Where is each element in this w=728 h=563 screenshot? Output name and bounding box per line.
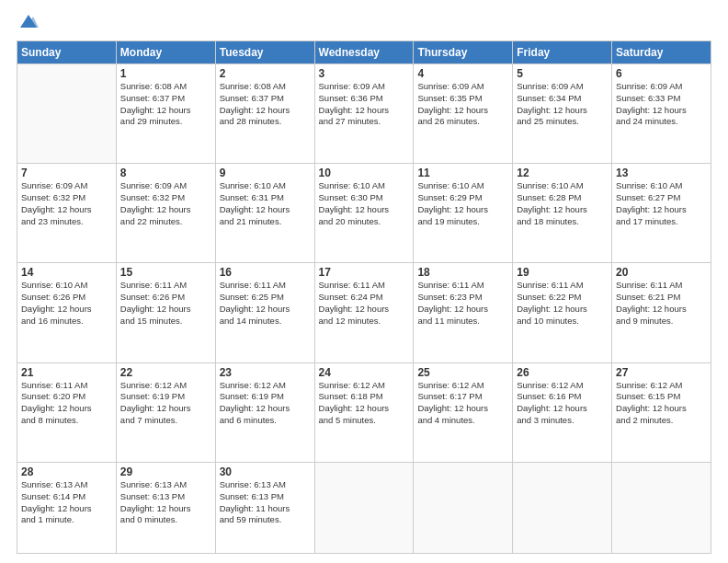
day-number: 19 <box>517 266 608 279</box>
calendar-cell: 14Sunrise: 6:10 AM Sunset: 6:26 PM Dayli… <box>17 263 117 362</box>
calendar-cell <box>612 462 711 553</box>
calendar-cell: 9Sunrise: 6:10 AM Sunset: 6:31 PM Daylig… <box>215 164 314 263</box>
calendar-cell: 3Sunrise: 6:09 AM Sunset: 6:36 PM Daylig… <box>314 64 414 164</box>
day-number: 29 <box>120 465 211 478</box>
weekday-header: Monday <box>116 41 215 64</box>
calendar-cell: 23Sunrise: 6:12 AM Sunset: 6:19 PM Dayli… <box>215 362 314 462</box>
day-info: Sunrise: 6:12 AM Sunset: 6:18 PM Dayligh… <box>319 380 410 427</box>
day-number: 16 <box>220 266 311 279</box>
calendar-week-row: 14Sunrise: 6:10 AM Sunset: 6:26 PM Dayli… <box>17 263 711 362</box>
calendar-cell: 19Sunrise: 6:11 AM Sunset: 6:22 PM Dayli… <box>513 263 612 362</box>
day-info: Sunrise: 6:09 AM Sunset: 6:35 PM Dayligh… <box>417 81 508 128</box>
calendar-cell: 13Sunrise: 6:10 AM Sunset: 6:27 PM Dayli… <box>612 164 711 263</box>
day-info: Sunrise: 6:12 AM Sunset: 6:16 PM Dayligh… <box>517 380 608 427</box>
day-info: Sunrise: 6:11 AM Sunset: 6:23 PM Dayligh… <box>417 280 508 327</box>
calendar-cell: 22Sunrise: 6:12 AM Sunset: 6:19 PM Dayli… <box>116 362 215 462</box>
header <box>17 15 711 31</box>
day-number: 1 <box>120 67 211 80</box>
calendar-cell: 20Sunrise: 6:11 AM Sunset: 6:21 PM Dayli… <box>612 263 711 362</box>
day-info: Sunrise: 6:12 AM Sunset: 6:19 PM Dayligh… <box>220 380 311 427</box>
day-info: Sunrise: 6:10 AM Sunset: 6:30 PM Dayligh… <box>319 180 410 227</box>
calendar-cell: 7Sunrise: 6:09 AM Sunset: 6:32 PM Daylig… <box>17 164 117 263</box>
day-number: 26 <box>517 366 608 379</box>
calendar-cell: 16Sunrise: 6:11 AM Sunset: 6:25 PM Dayli… <box>215 263 314 362</box>
calendar-cell: 8Sunrise: 6:09 AM Sunset: 6:32 PM Daylig… <box>116 164 215 263</box>
calendar-cell: 2Sunrise: 6:08 AM Sunset: 6:37 PM Daylig… <box>215 64 314 164</box>
calendar-cell: 29Sunrise: 6:13 AM Sunset: 6:13 PM Dayli… <box>116 462 215 553</box>
day-number: 30 <box>220 465 311 478</box>
day-info: Sunrise: 6:11 AM Sunset: 6:25 PM Dayligh… <box>220 280 311 327</box>
calendar-cell: 12Sunrise: 6:10 AM Sunset: 6:28 PM Dayli… <box>513 164 612 263</box>
calendar-cell <box>414 462 513 553</box>
logo-icon <box>18 11 39 31</box>
day-number: 10 <box>319 167 410 179</box>
day-number: 20 <box>616 266 707 279</box>
calendar-cell: 17Sunrise: 6:11 AM Sunset: 6:24 PM Dayli… <box>314 263 414 362</box>
day-number: 28 <box>21 465 112 478</box>
day-number: 15 <box>120 266 211 279</box>
calendar-cell <box>17 64 117 164</box>
day-number: 22 <box>120 366 211 379</box>
day-info: Sunrise: 6:13 AM Sunset: 6:13 PM Dayligh… <box>120 479 211 526</box>
day-info: Sunrise: 6:10 AM Sunset: 6:29 PM Dayligh… <box>417 180 508 227</box>
day-number: 2 <box>220 67 311 80</box>
day-number: 13 <box>616 167 707 179</box>
day-info: Sunrise: 6:13 AM Sunset: 6:14 PM Dayligh… <box>21 479 112 526</box>
day-info: Sunrise: 6:12 AM Sunset: 6:19 PM Dayligh… <box>120 380 211 427</box>
day-info: Sunrise: 6:09 AM Sunset: 6:32 PM Dayligh… <box>21 180 112 227</box>
day-number: 11 <box>417 167 508 179</box>
calendar-cell: 25Sunrise: 6:12 AM Sunset: 6:17 PM Dayli… <box>414 362 513 462</box>
calendar-week-row: 21Sunrise: 6:11 AM Sunset: 6:20 PM Dayli… <box>17 362 711 462</box>
day-number: 23 <box>220 366 311 379</box>
day-info: Sunrise: 6:11 AM Sunset: 6:24 PM Dayligh… <box>319 280 410 327</box>
day-info: Sunrise: 6:12 AM Sunset: 6:17 PM Dayligh… <box>417 380 508 427</box>
day-info: Sunrise: 6:13 AM Sunset: 6:13 PM Dayligh… <box>220 479 311 526</box>
day-number: 18 <box>417 266 508 279</box>
logo <box>17 15 39 31</box>
day-info: Sunrise: 6:09 AM Sunset: 6:33 PM Dayligh… <box>616 81 707 128</box>
calendar-cell: 26Sunrise: 6:12 AM Sunset: 6:16 PM Dayli… <box>513 362 612 462</box>
calendar-cell <box>513 462 612 553</box>
calendar-table: SundayMondayTuesdayWednesdayThursdayFrid… <box>17 40 711 554</box>
day-number: 9 <box>220 167 311 179</box>
weekday-header: Saturday <box>612 41 711 64</box>
calendar-cell: 30Sunrise: 6:13 AM Sunset: 6:13 PM Dayli… <box>215 462 314 553</box>
day-info: Sunrise: 6:10 AM Sunset: 6:26 PM Dayligh… <box>21 280 112 327</box>
day-number: 12 <box>517 167 608 179</box>
calendar-cell: 27Sunrise: 6:12 AM Sunset: 6:15 PM Dayli… <box>612 362 711 462</box>
day-number: 27 <box>616 366 707 379</box>
day-number: 17 <box>319 266 410 279</box>
day-info: Sunrise: 6:10 AM Sunset: 6:27 PM Dayligh… <box>616 180 707 227</box>
calendar-cell: 21Sunrise: 6:11 AM Sunset: 6:20 PM Dayli… <box>17 362 117 462</box>
calendar-cell: 6Sunrise: 6:09 AM Sunset: 6:33 PM Daylig… <box>612 64 711 164</box>
calendar-week-row: 7Sunrise: 6:09 AM Sunset: 6:32 PM Daylig… <box>17 164 711 263</box>
day-number: 5 <box>517 67 608 80</box>
day-number: 14 <box>21 266 112 279</box>
day-number: 21 <box>21 366 112 379</box>
day-number: 25 <box>417 366 508 379</box>
day-number: 7 <box>21 167 112 179</box>
day-info: Sunrise: 6:09 AM Sunset: 6:32 PM Dayligh… <box>120 180 211 227</box>
day-number: 24 <box>319 366 410 379</box>
calendar-week-row: 28Sunrise: 6:13 AM Sunset: 6:14 PM Dayli… <box>17 462 711 553</box>
day-number: 3 <box>319 67 410 80</box>
day-info: Sunrise: 6:10 AM Sunset: 6:31 PM Dayligh… <box>220 180 311 227</box>
day-info: Sunrise: 6:11 AM Sunset: 6:20 PM Dayligh… <box>21 380 112 427</box>
calendar-cell: 24Sunrise: 6:12 AM Sunset: 6:18 PM Dayli… <box>314 362 414 462</box>
calendar-cell: 4Sunrise: 6:09 AM Sunset: 6:35 PM Daylig… <box>414 64 513 164</box>
calendar-cell: 10Sunrise: 6:10 AM Sunset: 6:30 PM Dayli… <box>314 164 414 263</box>
day-info: Sunrise: 6:11 AM Sunset: 6:21 PM Dayligh… <box>616 280 707 327</box>
day-info: Sunrise: 6:08 AM Sunset: 6:37 PM Dayligh… <box>120 81 211 128</box>
weekday-header: Tuesday <box>215 41 314 64</box>
day-info: Sunrise: 6:09 AM Sunset: 6:36 PM Dayligh… <box>319 81 410 128</box>
day-info: Sunrise: 6:10 AM Sunset: 6:28 PM Dayligh… <box>517 180 608 227</box>
calendar-cell: 18Sunrise: 6:11 AM Sunset: 6:23 PM Dayli… <box>414 263 513 362</box>
calendar-cell: 15Sunrise: 6:11 AM Sunset: 6:26 PM Dayli… <box>116 263 215 362</box>
day-number: 4 <box>417 67 508 80</box>
day-number: 8 <box>120 167 211 179</box>
weekday-header-row: SundayMondayTuesdayWednesdayThursdayFrid… <box>17 41 711 64</box>
weekday-header: Sunday <box>17 41 117 64</box>
calendar-cell: 1Sunrise: 6:08 AM Sunset: 6:37 PM Daylig… <box>116 64 215 164</box>
day-number: 6 <box>616 67 707 80</box>
weekday-header: Friday <box>513 41 612 64</box>
